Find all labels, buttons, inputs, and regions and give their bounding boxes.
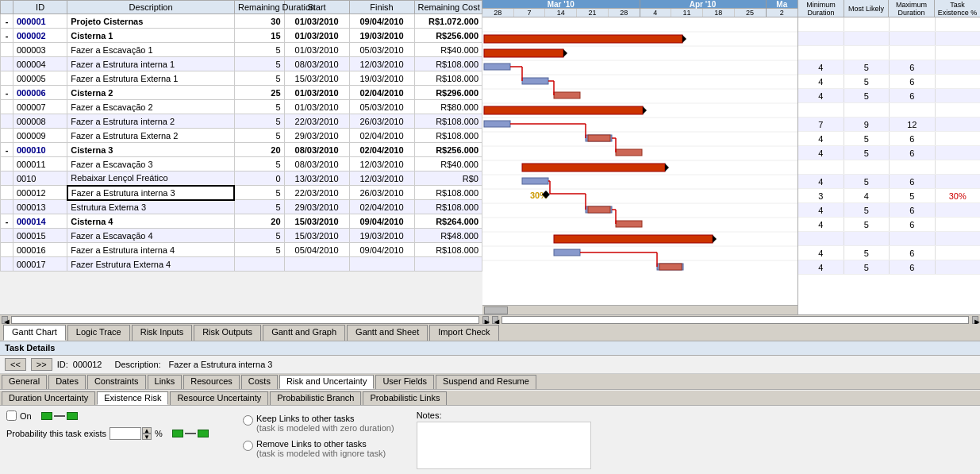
- max-dur-cell: 6: [890, 175, 936, 188]
- task-exist-cell: [936, 232, 981, 245]
- scroll-thumb[interactable]: [484, 306, 508, 314]
- svg-rect-36: [588, 206, 610, 213]
- task-exist-cell: [936, 246, 981, 260]
- min-dur-cell: 4: [798, 146, 844, 160]
- id-cell: 000010: [13, 143, 67, 157]
- cost-cell: R$1.072.000: [414, 14, 482, 29]
- chart-scrollbar[interactable]: [482, 305, 797, 314]
- radio-keep-links[interactable]: [243, 415, 253, 426]
- min-dur-cell: [798, 103, 844, 117]
- svg-rect-30: [522, 164, 665, 171]
- mar-label: Mar '10: [482, 0, 640, 9]
- rem-dur-cell: 5: [234, 100, 284, 114]
- inner-tabs-bar: Duration Uncertainty Existence Risk Reso…: [0, 391, 980, 406]
- cost-cell: R$108.000: [414, 243, 482, 257]
- rem-dur-cell: 0: [234, 171, 284, 186]
- expand-btn[interactable]: -: [6, 31, 9, 40]
- max-dur-cell: [890, 46, 936, 60]
- inner-tab-dur-uncertainty[interactable]: Duration Uncertainty: [2, 391, 95, 405]
- cost-cell: R$40.000: [414, 43, 482, 57]
- inner-tab-resource-uncertainty[interactable]: Resource Uncertainty: [170, 391, 268, 405]
- expand-btn[interactable]: -: [6, 88, 9, 98]
- expand-cell: [1, 57, 13, 71]
- start-cell: 08/03/2010: [284, 57, 349, 71]
- expand-cell: [1, 186, 13, 200]
- start-cell: 29/03/2010: [284, 129, 349, 143]
- expand-cell: [1, 243, 13, 257]
- scroll-track-right[interactable]: [502, 316, 970, 324]
- left-content: On Probability this task exists ▲: [6, 410, 229, 469]
- start-cell: 01/03/2010: [284, 100, 349, 114]
- tab-gantt-chart[interactable]: Gantt Chart: [3, 325, 66, 341]
- expand-cell: -: [1, 29, 13, 43]
- table-row: 0010 Rebaixar Lençol Freático 0 13/03/20…: [1, 171, 482, 186]
- bottom-scrollbar[interactable]: ◄ ► ◄ ►: [0, 314, 980, 324]
- rem-dur-cell: 5: [234, 200, 284, 214]
- desc-cell: Projeto Cisternas: [67, 14, 235, 29]
- right-info-row: 4 5 6: [798, 203, 980, 218]
- rem-cost-header: Remaining Cost: [414, 1, 482, 14]
- scroll-track-left[interactable]: [11, 316, 479, 324]
- scroll-left-btn[interactable]: ◄: [2, 316, 8, 324]
- sub-tab-risk[interactable]: Risk and Uncertainty: [279, 375, 375, 389]
- sub-tab-user-fields[interactable]: User Fields: [375, 375, 434, 389]
- min-dur-cell: [798, 17, 844, 31]
- table-row: 000017 Fazer Estrutura Externa 4: [1, 257, 482, 272]
- svg-marker-31: [665, 164, 669, 171]
- tab-logic-trace[interactable]: Logic Trace: [67, 325, 130, 341]
- expand-btn[interactable]: -: [6, 217, 9, 226]
- task-details-nav: << >> ID: 000012 Description: Fazer a Es…: [0, 356, 980, 374]
- svg-rect-21: [484, 64, 510, 70]
- prob-input[interactable]: [110, 427, 141, 440]
- sub-tab-general[interactable]: General: [2, 375, 47, 389]
- tab-risk-outputs[interactable]: Risk Outputs: [194, 325, 261, 341]
- sub-tab-costs[interactable]: Costs: [241, 375, 278, 389]
- notes-box[interactable]: [417, 422, 591, 469]
- min-dur-cell: [798, 32, 844, 45]
- svg-marker-18: [682, 35, 686, 43]
- svg-rect-32: [522, 178, 548, 184]
- rem-dur-cell: 5: [234, 243, 284, 257]
- tab-gantt-sheet[interactable]: Gantt and Sheet: [347, 325, 428, 341]
- inner-tab-prob-links[interactable]: Probabilistic Links: [363, 391, 447, 405]
- gantt-svg: 30%: [482, 17, 797, 305]
- expand-btn[interactable]: -: [6, 17, 9, 26]
- right-info-row: [798, 32, 980, 46]
- rem-dur-cell: 5: [234, 129, 284, 143]
- inner-tab-prob-branch[interactable]: Probabilistic Branch: [270, 391, 361, 405]
- main-container: ID Description Remaining Duration Start …: [0, 0, 980, 474]
- tab-gantt-graph[interactable]: Gantt and Graph: [263, 325, 345, 341]
- icon-group-1: [41, 412, 78, 420]
- start-cell: 01/03/2010: [284, 29, 349, 43]
- sub-tab-resources[interactable]: Resources: [183, 375, 240, 389]
- sub-tab-dates[interactable]: Dates: [48, 375, 86, 389]
- cost-cell: R$0: [414, 171, 482, 186]
- start-cell: 15/03/2010: [284, 214, 349, 229]
- sub-tab-constraints[interactable]: Constraints: [87, 375, 146, 389]
- tab-import-check[interactable]: Import Check: [429, 325, 498, 341]
- sub-tab-links[interactable]: Links: [148, 375, 183, 389]
- scroll-right-btn2[interactable]: ►: [972, 316, 978, 324]
- radio-remove-links[interactable]: [243, 441, 253, 451]
- tab-risk-inputs[interactable]: Risk Inputs: [132, 325, 192, 341]
- finish-cell: 19/03/2010: [349, 71, 414, 86]
- rem-dur-cell: 5: [234, 57, 284, 71]
- nav-next-btn[interactable]: >>: [31, 358, 52, 371]
- sub-tab-suspend[interactable]: Suspend and Resume: [436, 375, 536, 389]
- scroll-right-btn[interactable]: ►: [482, 316, 489, 324]
- inner-tab-existence-risk[interactable]: Existence Risk: [97, 391, 168, 405]
- rem-dur-cell: 5: [234, 186, 284, 200]
- spin-up-btn[interactable]: ▲: [142, 427, 152, 434]
- nav-prev-btn[interactable]: <<: [5, 358, 26, 371]
- id-cell: 000016: [13, 243, 67, 257]
- most-likely-cell: 5: [844, 218, 890, 231]
- arrow-line-2: [185, 433, 196, 434]
- expand-btn[interactable]: -: [6, 145, 9, 155]
- spin-down-btn[interactable]: ▼: [142, 434, 152, 440]
- max-dur-cell: [890, 32, 936, 45]
- on-checkbox[interactable]: [6, 410, 17, 421]
- week-28: 28: [482, 9, 514, 17]
- green-box-1: [41, 412, 52, 420]
- scroll-left-btn2[interactable]: ◄: [492, 316, 498, 324]
- cost-cell: [414, 257, 482, 272]
